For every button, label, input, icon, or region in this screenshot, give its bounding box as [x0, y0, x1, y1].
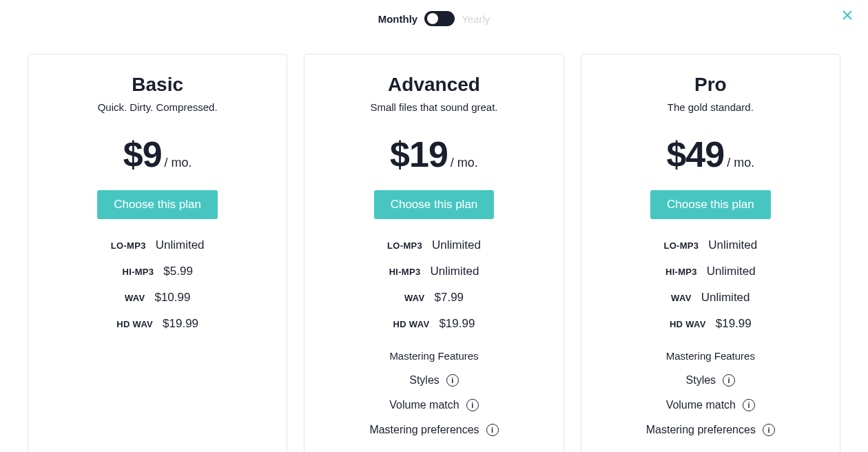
- feature-row: WAV$7.99: [318, 291, 549, 305]
- feature-key: HD WAV: [670, 319, 706, 329]
- price-row: $49/ mo.: [595, 134, 826, 175]
- feature-key: LO-MP3: [387, 240, 422, 251]
- price-amount: $19: [390, 134, 448, 175]
- info-icon[interactable]: i: [486, 424, 499, 436]
- plan-name: Pro: [595, 74, 826, 96]
- plan-tagline: The gold standard.: [595, 101, 826, 113]
- feature-row: WAV$10.99: [42, 291, 273, 305]
- feature-key: LO-MP3: [663, 240, 699, 251]
- feature-key: HD WAV: [393, 319, 430, 329]
- feature-value: $19.99: [163, 317, 198, 331]
- price-period: / mo.: [165, 156, 192, 170]
- price-amount: $49: [666, 134, 724, 175]
- choose-plan-button[interactable]: Choose this plan: [374, 190, 495, 219]
- plan-name: Basic: [42, 74, 273, 96]
- feature-list: LO-MP3UnlimitedHI-MP3$5.99WAV$10.99HD WA…: [42, 238, 273, 331]
- mastering-item: Stylesi: [595, 374, 826, 387]
- feature-row: HI-MP3Unlimited: [595, 265, 826, 278]
- feature-row: HD WAV$19.99: [595, 317, 826, 331]
- price-row: $19/ mo.: [318, 134, 549, 175]
- info-icon[interactable]: i: [763, 424, 775, 436]
- billing-toggle: Monthly Yearly: [0, 0, 868, 33]
- feature-list: LO-MP3UnlimitedHI-MP3UnlimitedWAV$7.99HD…: [318, 238, 549, 331]
- feature-value: Unlimited: [707, 265, 756, 278]
- feature-value: Unlimited: [430, 265, 479, 278]
- price-period: / mo.: [451, 156, 478, 170]
- feature-key: HI-MP3: [389, 267, 421, 277]
- mastering-item: Mastering preferencesi: [595, 424, 826, 436]
- feature-row: WAVUnlimited: [595, 291, 826, 305]
- feature-value: $19.99: [439, 317, 475, 331]
- monthly-label[interactable]: Monthly: [378, 13, 418, 25]
- price-period: / mo.: [727, 156, 754, 170]
- choose-plan-button[interactable]: Choose this plan: [97, 190, 218, 219]
- feature-key: LO-MP3: [111, 240, 146, 251]
- feature-value: $10.99: [154, 291, 190, 305]
- mastering-item: Volume matchi: [318, 399, 549, 411]
- price-row: $9/ mo.: [42, 134, 273, 175]
- price-amount: $9: [123, 134, 162, 175]
- billing-switch[interactable]: [424, 11, 455, 26]
- feature-key: HI-MP3: [665, 267, 697, 277]
- feature-value: $7.99: [435, 291, 464, 305]
- plan-card-basic: BasicQuick. Dirty. Compressed.$9/ mo.Cho…: [28, 54, 287, 452]
- plan-tagline: Small files that sound great.: [318, 101, 549, 113]
- plan-tagline: Quick. Dirty. Compressed.: [42, 101, 273, 113]
- mastering-item-label: Styles: [686, 374, 716, 387]
- feature-list: LO-MP3UnlimitedHI-MP3UnlimitedWAVUnlimit…: [595, 238, 826, 331]
- plan-card-pro: ProThe gold standard.$49/ mo.Choose this…: [581, 54, 840, 452]
- feature-value: Unlimited: [156, 238, 205, 252]
- feature-key: WAV: [671, 293, 692, 303]
- feature-value: $5.99: [163, 265, 193, 278]
- plan-name: Advanced: [318, 74, 549, 96]
- feature-key: WAV: [125, 293, 145, 303]
- mastering-item-label: Mastering preferences: [646, 424, 756, 436]
- info-icon[interactable]: i: [743, 399, 755, 411]
- feature-row: HI-MP3Unlimited: [318, 265, 549, 278]
- feature-value: Unlimited: [708, 238, 757, 252]
- info-icon[interactable]: i: [466, 399, 479, 411]
- mastering-item: Stylesi: [318, 374, 549, 387]
- feature-value: Unlimited: [432, 238, 481, 252]
- mastering-item-label: Volume match: [666, 399, 736, 411]
- feature-key: HD WAV: [116, 319, 153, 329]
- close-icon[interactable]: [840, 8, 854, 25]
- yearly-label[interactable]: Yearly: [462, 13, 490, 25]
- feature-row: LO-MP3Unlimited: [595, 238, 826, 252]
- info-icon[interactable]: i: [723, 374, 735, 387]
- mastering-item: Volume matchi: [595, 399, 826, 411]
- feature-row: LO-MP3Unlimited: [318, 238, 549, 252]
- plan-card-advanced: AdvancedSmall files that sound great.$19…: [304, 54, 564, 452]
- feature-row: HD WAV$19.99: [318, 317, 549, 331]
- info-icon[interactable]: i: [446, 374, 459, 387]
- feature-value: Unlimited: [701, 291, 750, 305]
- mastering-item-label: Mastering preferences: [369, 424, 479, 436]
- mastering-item: Mastering preferencesi: [318, 424, 549, 436]
- feature-row: HI-MP3$5.99: [42, 265, 273, 278]
- feature-row: HD WAV$19.99: [42, 317, 273, 331]
- choose-plan-button[interactable]: Choose this plan: [650, 190, 771, 219]
- mastering-item-label: Styles: [409, 374, 440, 387]
- feature-key: HI-MP3: [122, 267, 154, 277]
- mastering-heading: Mastering Features: [595, 350, 826, 362]
- mastering-item-label: Volume match: [389, 399, 459, 411]
- feature-row: LO-MP3Unlimited: [42, 238, 273, 252]
- feature-key: WAV: [404, 293, 425, 303]
- mastering-heading: Mastering Features: [318, 350, 549, 362]
- feature-value: $19.99: [716, 317, 752, 331]
